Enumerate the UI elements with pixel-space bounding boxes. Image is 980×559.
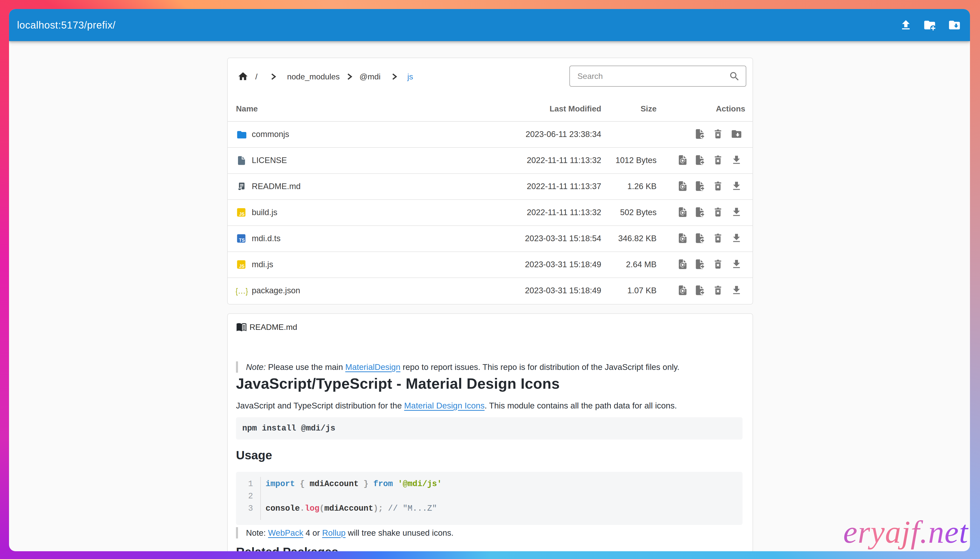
svg-text:JS: JS [239,263,245,269]
svg-text:JS: JS [239,212,245,217]
svg-text:TS: TS [239,237,245,243]
svg-text:{...}: {...} [235,287,248,296]
